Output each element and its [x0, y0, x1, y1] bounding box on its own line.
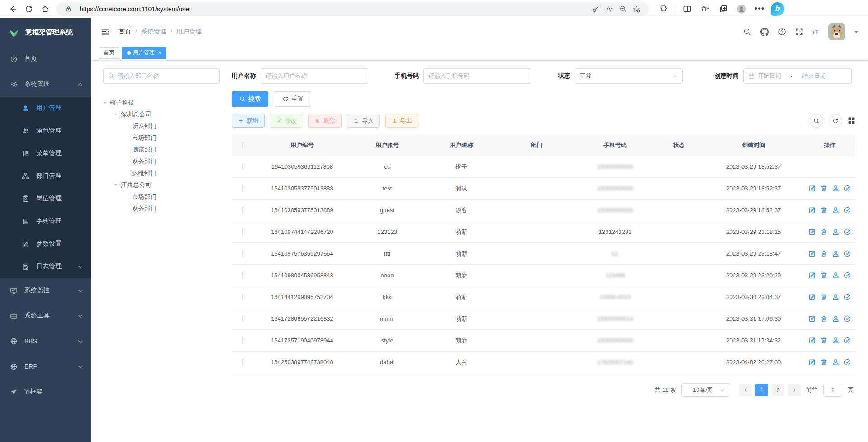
extensions-puzzle-icon[interactable] [655, 2, 671, 16]
row-checkbox[interactable] [242, 315, 243, 322]
row-checkbox[interactable] [242, 228, 243, 235]
tab-user-management[interactable]: 用户管理 × [122, 47, 166, 59]
user-avatar[interactable] [828, 23, 845, 40]
row-checkbox[interactable] [242, 294, 243, 300]
assign-role-icon[interactable] [844, 228, 851, 236]
select-all-checkbox[interactable] [242, 142, 243, 148]
assign-role-icon[interactable] [844, 337, 851, 344]
search-button[interactable]: 搜索 [232, 91, 268, 107]
assign-role-icon[interactable] [844, 250, 851, 257]
reset-password-icon[interactable] [832, 250, 840, 257]
date-range-picker[interactable]: 开始日期 - 结束日期 [743, 68, 852, 84]
tree-node-9[interactable]: 财务部门 [103, 203, 220, 214]
edit-icon[interactable] [808, 185, 816, 192]
tree-expand-caret[interactable] [114, 114, 118, 117]
status-select[interactable]: 正常 [575, 68, 683, 84]
sidebar-item-6[interactable]: 岗位管理 [0, 187, 91, 210]
assign-role-icon[interactable] [844, 315, 851, 323]
date-end[interactable]: 结束日期 [802, 72, 825, 80]
sidebar-item-8[interactable]: 参数设置 [0, 233, 91, 255]
reset-password-icon[interactable] [832, 228, 840, 236]
sidebar-item-2[interactable]: 用户管理 [0, 97, 91, 119]
tab-close-icon[interactable]: × [158, 49, 161, 56]
sidebar-item-10[interactable]: 系统监控 [0, 278, 91, 303]
refresh-table-button[interactable] [829, 114, 842, 128]
tree-node-7[interactable]: 江西总公司 [103, 179, 220, 191]
edit-icon[interactable] [808, 358, 816, 366]
tree-node-2[interactable]: 研发部门 [103, 120, 220, 132]
export-button[interactable]: 导出 [385, 114, 418, 128]
reset-password-icon[interactable] [832, 337, 840, 344]
row-checkbox[interactable] [242, 163, 243, 170]
prev-page-button[interactable] [739, 384, 752, 396]
delete-button[interactable]: 删除 [308, 114, 342, 128]
tree-node-1[interactable]: 深圳总公司 [103, 109, 220, 120]
username-input[interactable]: 请输入用户名称 [261, 68, 368, 84]
sidebar-item-5[interactable]: 部门管理 [0, 165, 91, 187]
app-logo-row[interactable]: 意框架管理系统 [0, 18, 91, 46]
reset-button[interactable]: 重置 [275, 91, 311, 107]
site-lock-icon[interactable] [62, 3, 75, 15]
assign-role-icon[interactable] [844, 206, 851, 214]
tree-node-6[interactable]: 运维部门 [103, 167, 220, 179]
reset-password-icon[interactable] [832, 293, 840, 301]
assign-role-icon[interactable] [844, 358, 851, 366]
row-checkbox[interactable] [242, 272, 243, 279]
browser-profile-avatar[interactable] [733, 2, 749, 16]
menu-fold-icon[interactable] [101, 27, 110, 36]
assign-role-icon[interactable] [844, 185, 851, 192]
tab-home[interactable]: 首页 [99, 47, 119, 59]
reset-password-icon[interactable] [832, 315, 840, 323]
next-page-button[interactable] [788, 384, 801, 396]
dept-search-input[interactable]: 请输入部门名称 [103, 68, 220, 84]
sidebar-item-9[interactable]: 日志管理 [0, 255, 91, 278]
tree-node-0[interactable]: 橙子科技 [103, 97, 220, 109]
header-search-icon[interactable] [743, 28, 751, 36]
sidebar-item-13[interactable]: ERP [0, 354, 91, 379]
tree-node-5[interactable]: 财务部门 [103, 156, 220, 167]
sidebar-item-11[interactable]: 系统工具 [0, 303, 91, 328]
hide-search-button[interactable] [810, 114, 823, 128]
goto-page-input[interactable]: 1 [823, 384, 842, 397]
browser-menu-ellipsis[interactable]: ••• [751, 2, 768, 16]
collections-icon[interactable] [715, 2, 731, 16]
edit-icon[interactable] [808, 271, 816, 279]
sidebar-item-7[interactable]: 字典管理 [0, 210, 91, 233]
font-size-icon[interactable]: TT [812, 28, 819, 36]
edit-icon[interactable] [808, 250, 816, 257]
edit-icon[interactable] [808, 206, 816, 214]
row-checkbox[interactable] [242, 337, 243, 344]
sidebar-item-3[interactable]: 角色管理 [0, 119, 91, 142]
sidebar-item-12[interactable]: BBS [0, 328, 91, 354]
reset-password-icon[interactable] [832, 185, 840, 192]
browser-home-button[interactable] [37, 2, 53, 16]
split-screen-icon[interactable] [679, 2, 695, 16]
github-icon[interactable] [760, 28, 769, 36]
url-text[interactable]: https://ccnetcore.com:1101/system/user [80, 5, 589, 13]
tree-node-4[interactable]: 测试部门 [103, 144, 220, 156]
breadcrumb-home[interactable]: 首页 [119, 28, 131, 36]
page-button-1[interactable]: 1 [755, 384, 768, 396]
favorites-star-list-icon[interactable] [697, 2, 713, 16]
edit-icon[interactable] [808, 315, 816, 323]
import-button[interactable]: 导入 [347, 114, 380, 128]
browser-address-bar[interactable]: https://ccnetcore.com:1101/system/user [56, 2, 649, 16]
help-icon[interactable] [778, 28, 786, 36]
assign-role-icon[interactable] [844, 293, 851, 301]
reset-password-icon[interactable] [832, 358, 840, 366]
zoom-out-icon[interactable] [616, 3, 630, 15]
row-checkbox[interactable] [242, 185, 243, 192]
delete-icon[interactable] [820, 206, 828, 214]
delete-icon[interactable] [820, 337, 828, 344]
sidebar-item-4[interactable]: 菜单管理 [0, 142, 91, 165]
edit-icon[interactable] [808, 337, 816, 344]
add-button[interactable]: 新增 [232, 114, 265, 128]
add-favorite-star-icon[interactable] [630, 3, 643, 15]
delete-icon[interactable] [820, 358, 828, 366]
delete-icon[interactable] [820, 271, 828, 279]
sidebar-item-1[interactable]: 系统管理 [0, 71, 91, 97]
page-button-2[interactable]: 2 [772, 384, 784, 396]
breadcrumb-system[interactable]: 系统管理 [141, 28, 166, 36]
password-key-icon[interactable] [589, 3, 602, 15]
edit-icon[interactable] [808, 293, 816, 301]
